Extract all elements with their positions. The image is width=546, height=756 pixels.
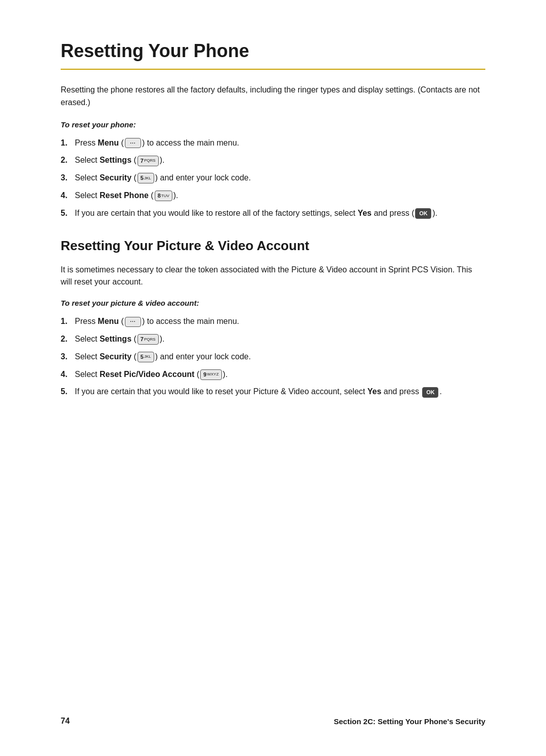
step-content: Press Menu (···) to access the main menu… bbox=[75, 315, 485, 328]
list-item: 3. Select Security (5JKL) and enter your… bbox=[61, 351, 485, 363]
menu-key-button: ··· bbox=[125, 138, 141, 148]
bold-label: Security bbox=[100, 352, 131, 361]
ok-key-button-2: OK bbox=[422, 387, 438, 398]
bold-label: Reset Pic/Video Account bbox=[100, 370, 195, 379]
footer-section-label: Section 2C: Setting Your Phone's Securit… bbox=[334, 717, 485, 726]
bold-label: Settings bbox=[100, 335, 131, 343]
title-divider bbox=[61, 69, 485, 70]
step-number: 1. bbox=[61, 315, 75, 328]
reset-phone-key-button: 8TUV bbox=[155, 191, 172, 201]
security-key-button: 5JKL bbox=[138, 173, 154, 183]
settings-key-button-2: 7PQRS bbox=[138, 334, 159, 345]
list-item: 2. Select Settings (7PQRS). bbox=[61, 154, 485, 167]
bold-label: Menu bbox=[98, 317, 119, 325]
step-number: 5. bbox=[61, 386, 75, 398]
step-content: Select Security (5JKL) and enter your lo… bbox=[75, 351, 485, 363]
step-number: 1. bbox=[61, 137, 75, 150]
steps-list-2: 1. Press Menu (···) to access the main m… bbox=[61, 315, 485, 398]
page-footer: 74 Section 2C: Setting Your Phone's Secu… bbox=[61, 717, 485, 726]
step-number: 5. bbox=[61, 207, 75, 220]
section2-label: To reset your picture & video account: bbox=[61, 299, 485, 307]
reset-picvideo-key-button: 9WXYZ bbox=[200, 369, 221, 380]
list-item: 4. Select Reset Phone (8TUV). bbox=[61, 190, 485, 202]
step-content: Press Menu (···) to access the main menu… bbox=[75, 137, 485, 150]
subsection-title: Resetting Your Picture & Video Account bbox=[61, 238, 485, 254]
step-number: 3. bbox=[61, 172, 75, 184]
page-container: Resetting Your Phone Resetting the phone… bbox=[0, 0, 546, 467]
menu-key-button: ··· bbox=[125, 317, 141, 327]
list-item: 1. Press Menu (···) to access the main m… bbox=[61, 315, 485, 328]
list-item: 2. Select Settings (7PQRS). bbox=[61, 333, 485, 346]
bold-label: Yes bbox=[368, 387, 382, 396]
list-item: 5. If you are certain that you would lik… bbox=[61, 386, 485, 398]
step-content: Select Settings (7PQRS). bbox=[75, 154, 485, 167]
intro-text: Resetting the phone restores all the fac… bbox=[61, 84, 485, 109]
bold-label: Reset Phone bbox=[100, 191, 149, 200]
sub-intro-text: It is sometimes necessary to clear the t… bbox=[61, 264, 485, 289]
list-item: 4. Select Reset Pic/Video Account (9WXYZ… bbox=[61, 368, 485, 381]
bold-label: Security bbox=[100, 173, 131, 182]
security-key-button-2: 5JKL bbox=[138, 352, 154, 362]
list-item: 1. Press Menu (···) to access the main m… bbox=[61, 137, 485, 150]
step-number: 4. bbox=[61, 190, 75, 202]
page-title: Resetting Your Phone bbox=[61, 40, 485, 62]
settings-key-button: 7PQRS bbox=[138, 156, 159, 166]
step-number: 2. bbox=[61, 154, 75, 167]
section1-label: To reset your phone: bbox=[61, 120, 485, 129]
step-number: 3. bbox=[61, 351, 75, 363]
list-item: 5. If you are certain that you would lik… bbox=[61, 207, 485, 220]
page-number: 74 bbox=[61, 717, 70, 726]
list-item: 3. Select Security (5JKL) and enter your… bbox=[61, 172, 485, 184]
step-content: Select Settings (7PQRS). bbox=[75, 333, 485, 346]
bold-label: Yes bbox=[357, 209, 372, 217]
ok-key-button: OK bbox=[415, 208, 431, 219]
bold-label: Settings bbox=[100, 156, 131, 164]
step-number: 4. bbox=[61, 368, 75, 381]
bold-label: Menu bbox=[98, 138, 119, 147]
steps-list-1: 1. Press Menu (···) to access the main m… bbox=[61, 137, 485, 220]
step-content: If you are certain that you would like t… bbox=[75, 386, 485, 398]
step-content: Select Security (5JKL) and enter your lo… bbox=[75, 172, 485, 184]
step-content: Select Reset Phone (8TUV). bbox=[75, 190, 485, 202]
step-content: Select Reset Pic/Video Account (9WXYZ). bbox=[75, 368, 485, 381]
step-content: If you are certain that you would like t… bbox=[75, 207, 485, 220]
step-number: 2. bbox=[61, 333, 75, 346]
